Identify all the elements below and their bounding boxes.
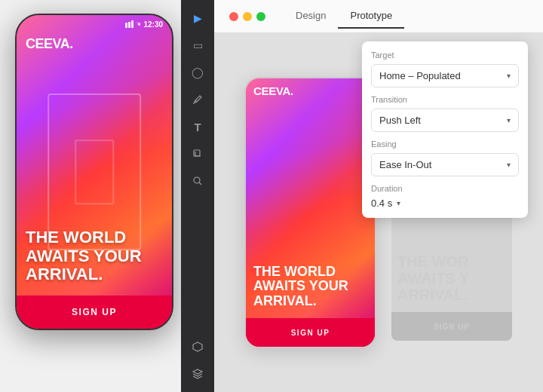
layers-icon[interactable]: [186, 362, 210, 386]
target-value: Home – Populated: [379, 70, 461, 81]
rectangle-icon[interactable]: ▭: [186, 33, 210, 57]
prototype-panel: Target Home – Populated ▾ Transition Pus…: [362, 41, 528, 218]
maximize-button[interactable]: [256, 12, 265, 21]
svg-rect-0: [125, 23, 127, 28]
phone-left-cta-text: SIGN UP: [72, 307, 117, 317]
top-bar: Design Prototype: [214, 0, 543, 33]
svg-rect-5: [194, 150, 200, 156]
svg-point-8: [194, 177, 200, 183]
ghost-headline: THE WORAWAITS YARRIVAL.: [397, 253, 506, 303]
transition-dropdown[interactable]: Push Left ▾: [371, 109, 519, 132]
toolbar: ▶ ▭ ◯ T: [181, 0, 214, 392]
duration-label: Duration: [371, 184, 519, 193]
crop-icon[interactable]: [186, 142, 210, 166]
phone-left-logo: CEEVA.: [26, 36, 73, 52]
easing-value: Ease In-Out: [379, 159, 431, 170]
transition-label: Transition: [371, 95, 519, 104]
search-icon[interactable]: [186, 169, 210, 193]
tab-design[interactable]: Design: [284, 4, 338, 29]
close-button[interactable]: [229, 12, 238, 21]
minimize-button[interactable]: [243, 12, 252, 21]
easing-dropdown[interactable]: Ease In-Out ▾: [371, 153, 519, 176]
circle-icon[interactable]: ◯: [186, 60, 210, 84]
phone-left-cta: SIGN UP: [17, 296, 172, 329]
tunnel-effect: [48, 93, 141, 250]
duration-row: 0.4 s ▾: [371, 198, 519, 209]
window-controls: [229, 12, 265, 21]
target-label: Target: [371, 51, 519, 60]
phone-left-headline: THE WORLD AWAITS YOUR ARRIVAL.: [26, 228, 163, 283]
phone-center-cta-text: SIGN UP: [291, 329, 330, 337]
text-icon[interactable]: T: [186, 115, 210, 139]
target-dropdown[interactable]: Home – Populated ▾: [371, 64, 519, 87]
status-time: 12:30: [143, 20, 163, 29]
phone-center-headline: THE WORLD AWAITS YOUR ARRIVAL.: [253, 265, 367, 309]
status-bar: 12:30: [17, 15, 172, 33]
phone-mockup-center: CEEVA. THE WORLD AWAITS YOUR ARRIVAL. SI…: [244, 77, 376, 348]
transition-dropdown-arrow: ▾: [507, 116, 511, 124]
duration-value: 0.4 s: [371, 198, 392, 209]
tab-bar: Design Prototype: [284, 4, 404, 29]
pen-icon[interactable]: [186, 87, 210, 112]
tab-prototype[interactable]: Prototype: [338, 4, 404, 29]
svg-rect-2: [131, 20, 133, 28]
phone-screen-bg: 12:30 CEEVA. THE WORLD AWAITS YOUR ARRIV…: [17, 15, 172, 329]
transition-value: Push Left: [379, 115, 421, 126]
easing-dropdown-arrow: ▾: [507, 161, 511, 169]
duration-dropdown-arrow[interactable]: ▾: [397, 199, 400, 207]
target-dropdown-arrow: ▾: [507, 72, 511, 80]
ghost-cta: SIGN UP: [391, 312, 512, 341]
phone-center-logo: CEEVA.: [253, 84, 293, 97]
phone-mockup-left: 12:30 CEEVA. THE WORLD AWAITS YOUR ARRIV…: [15, 14, 173, 330]
easing-label: Easing: [371, 139, 519, 149]
svg-rect-1: [128, 22, 130, 28]
svg-line-9: [199, 182, 201, 185]
svg-rect-4: [139, 23, 141, 25]
cursor-icon[interactable]: ▶: [186, 6, 210, 30]
status-icons: [125, 20, 140, 28]
phone-center-cta: SIGN UP: [246, 318, 375, 347]
component-icon[interactable]: [186, 335, 210, 359]
ghost-cta-text: SIGN UP: [434, 323, 470, 331]
phone-center-screen: CEEVA. THE WORLD AWAITS YOUR ARRIVAL. SI…: [246, 78, 375, 347]
